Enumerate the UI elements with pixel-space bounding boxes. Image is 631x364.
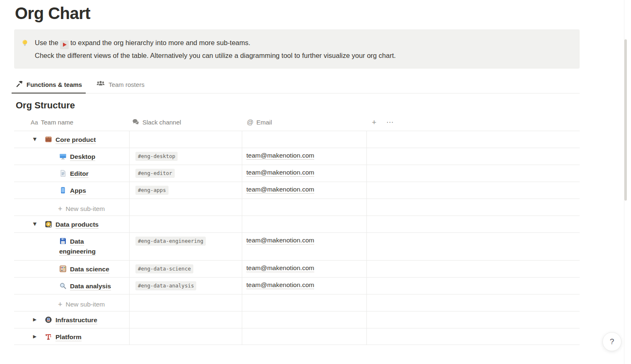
lightbulb-icon [21,39,29,49]
tab-label: Functions & teams [26,81,82,88]
email-cell[interactable]: team@makenotion.com [242,261,367,277]
table-row: ▼ Core product [14,131,580,148]
slack-channel-cell[interactable]: #eng-desktop [130,148,242,165]
table-row: Data analysis #eng-data-analysis team@ma… [14,277,580,294]
empty-cell[interactable] [367,131,580,148]
table-row: ▶ Platform [14,328,580,345]
add-column-button[interactable]: + [372,118,376,126]
page-title: Org Chart [15,4,631,23]
email-cell[interactable] [242,328,367,345]
at-icon: @ [247,119,253,126]
email-cell[interactable]: team@makenotion.com [242,148,367,165]
table-row: Desktop #eng-desktop team@makenotion.com [14,148,580,165]
new-sub-item-button[interactable]: + New sub-item [14,295,130,311]
column-header-slack-channel[interactable]: Slack channel [130,118,242,127]
slack-channel-cell[interactable] [130,216,242,232]
collapse-toggle-icon[interactable]: ▼ [31,220,39,228]
empty-cell[interactable] [367,311,580,328]
desktop-icon [59,153,70,160]
empty-cell[interactable] [367,328,580,345]
empty-cell[interactable] [367,278,580,294]
callout-text: Use theto expand the org hierarchy into … [35,36,396,62]
crane-icon [45,333,55,340]
tab-team-rosters[interactable]: Team rosters [95,76,146,93]
floppy-disk-icon [59,238,70,245]
table-row: Data engineering #eng-data-engineering t… [14,232,580,260]
tab-label: Team rosters [108,81,145,88]
team-name-link[interactable]: Data analysis [70,283,111,290]
table-header-row: Aa Team name Slack channel @ Email + ⋯ [14,114,580,131]
team-name-link[interactable]: Core product [55,136,96,144]
callout-line1-prefix: Use the [35,39,58,46]
hammer-icon [15,80,23,89]
team-name-link[interactable]: Apps [70,187,86,195]
column-header-team-name[interactable]: Aa Team name [14,119,130,126]
table-options-button[interactable]: ⋯ [386,119,394,126]
table-row: + New sub-item [14,199,580,216]
email-cell[interactable]: team@makenotion.com [242,182,367,199]
team-name-link[interactable]: Infrastructure [55,316,97,324]
tab-functions-and-teams[interactable]: Functions & teams [14,76,83,93]
team-name-link[interactable]: Platform [55,333,82,341]
people-icon [96,80,105,89]
callout-line1-suffix: to expand the org hierarchy into more an… [70,39,250,46]
email-cell[interactable]: team@makenotion.com [242,278,367,294]
red-play-toggle-icon [60,41,69,49]
team-name-link[interactable]: Desktop [70,153,95,161]
expand-toggle-icon[interactable]: ▶ [31,315,39,324]
expand-toggle-icon[interactable]: ▶ [31,332,39,341]
slack-channel-cell[interactable]: #eng-editor [130,165,242,182]
slack-channel-cell[interactable]: #eng-data-analysis [130,278,242,294]
column-label: Team name [41,119,73,126]
team-name-link[interactable]: Editor [70,170,89,178]
slack-channel-cell[interactable] [130,328,242,345]
plus-icon: + [58,300,63,309]
empty-cell[interactable] [367,261,580,277]
slack-channel-cell[interactable] [130,131,242,148]
table-row: Apps #eng-apps team@makenotion.com [14,182,580,199]
email-cell[interactable]: team@makenotion.com [242,165,367,182]
column-label: Email [256,119,272,126]
column-label: Slack channel [142,119,181,126]
question-mark-icon: ? [610,337,614,346]
title-aa-icon: Aa [31,119,38,126]
email-cell[interactable] [242,311,367,328]
metro-icon [45,316,55,323]
column-header-email[interactable]: @ Email [242,119,367,126]
document-icon [59,170,70,177]
empty-cell[interactable] [367,148,580,165]
team-name-link[interactable]: Data products [55,221,99,229]
slack-channel-cell[interactable]: #eng-data-science [130,261,242,277]
bricks-icon [45,136,55,143]
org-structure-table: Aa Team name Slack channel @ Email + ⋯ ▼… [14,114,580,345]
table-row: + New sub-item [14,294,580,311]
abacus-icon [59,266,70,273]
empty-cell[interactable] [367,182,580,199]
empty-cell[interactable] [367,216,580,232]
mobile-icon [59,187,70,194]
help-button[interactable]: ? [602,332,621,351]
scrollbar-thumb[interactable] [624,39,627,201]
empty-cell[interactable] [367,233,580,260]
email-cell[interactable] [242,131,367,148]
table-row: Editor #eng-editor team@makenotion.com [14,165,580,182]
empty-cell[interactable] [367,165,580,182]
plus-icon: + [58,205,63,213]
slack-channel-cell[interactable] [130,311,242,328]
magnifier-icon [59,283,70,290]
team-name-link[interactable]: Data science [70,266,109,273]
email-cell[interactable] [242,216,367,232]
table-row: Data science #eng-data-science team@make… [14,260,580,277]
table-row: ▼ Data products [14,216,580,232]
slack-channel-cell[interactable]: #eng-data-engineering [130,233,242,260]
database-title: Org Structure [16,100,631,111]
email-cell[interactable]: team@makenotion.com [242,233,367,260]
callout-line2: Check the different views of the table. … [35,52,396,59]
table-row: ▶ Infrastructure [14,311,580,328]
callout: Use theto expand the org hierarchy into … [14,29,580,69]
new-sub-item-button[interactable]: + New sub-item [14,199,130,216]
chat-bubbles-icon [132,118,140,127]
slack-channel-cell[interactable]: #eng-apps [130,182,242,199]
collapse-toggle-icon[interactable]: ▼ [31,135,39,144]
view-tabs: Functions & teams Team rosters [14,76,580,93]
